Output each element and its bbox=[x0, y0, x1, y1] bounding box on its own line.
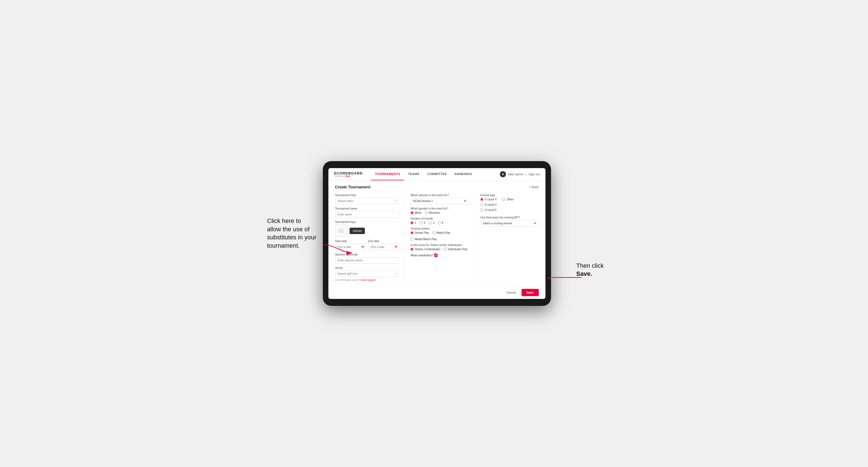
format-other-radio[interactable] bbox=[502, 198, 505, 201]
format-6count5[interactable]: 6 count 5 bbox=[480, 209, 539, 212]
calendar-icon-end: 📅 bbox=[394, 246, 397, 249]
scoring-api-label: Use third-party live scoring API? bbox=[480, 216, 539, 219]
gender-womens-label: Womens bbox=[429, 211, 440, 214]
rounds-3[interactable]: 3 bbox=[429, 221, 434, 224]
event-individuals-radio[interactable] bbox=[443, 248, 447, 251]
form-col-1: Tournament Host ▼ Tournament name Tourna bbox=[335, 194, 399, 281]
rounds-4-radio[interactable] bbox=[438, 221, 441, 224]
format-row-1: 5 count 4 Other bbox=[480, 198, 539, 201]
event-teams-radio[interactable] bbox=[410, 248, 413, 251]
scoring-stroke[interactable]: Stroke Play bbox=[410, 231, 429, 234]
navbar: SCOREBOARD Powered by clippd TOURNAMENTS… bbox=[329, 168, 546, 180]
format-5count4-radio[interactable] bbox=[480, 198, 484, 201]
rounds-3-radio[interactable] bbox=[429, 221, 432, 224]
rounds-radio-group: 1 2 3 bbox=[410, 221, 469, 224]
gender-womens-radio[interactable] bbox=[425, 211, 428, 214]
event-type-field: Is this event for Teams and/or Individua… bbox=[410, 244, 469, 251]
tournament-name-input[interactable] bbox=[335, 211, 399, 218]
rounds-field: Number of rounds 1 2 bbox=[410, 217, 469, 224]
scoring-stroke-radio[interactable] bbox=[410, 231, 413, 234]
rounds-2-radio[interactable] bbox=[420, 221, 423, 224]
tab-rankings[interactable]: RANKINGS bbox=[451, 168, 476, 180]
event-individuals[interactable]: Individuals Only bbox=[443, 248, 468, 251]
calendar-icon: 📅 bbox=[361, 246, 364, 249]
form-col-3: Format type 5 count 4 Other bbox=[474, 194, 539, 281]
nav-separator: | bbox=[525, 173, 526, 176]
scoring-match[interactable]: Match Play bbox=[432, 231, 450, 234]
page-header: Create Tournament < Back bbox=[335, 185, 539, 189]
email-support-link[interactable]: email support bbox=[361, 279, 376, 281]
cancel-button[interactable]: Cancel bbox=[504, 289, 519, 296]
nav-tabs: TOURNAMENTS TEAMS COMMITTEE RANKINGS bbox=[371, 168, 500, 180]
scoring-medal-radio[interactable] bbox=[410, 238, 413, 241]
gender-mens[interactable]: Mens bbox=[410, 211, 421, 214]
tab-teams[interactable]: TEAMS bbox=[404, 168, 423, 180]
tournament-name-field: Tournament name bbox=[335, 207, 399, 218]
upload-button[interactable]: Upload bbox=[349, 228, 365, 234]
rounds-4[interactable]: 4 bbox=[438, 221, 443, 224]
tournament-name-label: Tournament name bbox=[335, 207, 399, 210]
arrow-left bbox=[321, 242, 355, 256]
allow-substitutes-label: Allow substitutes? bbox=[410, 254, 433, 257]
logo-powered: Powered by clippd bbox=[334, 175, 363, 177]
allow-substitutes-field: Allow substitutes? bbox=[410, 253, 469, 257]
gender-womens[interactable]: Womens bbox=[425, 211, 440, 214]
rounds-2[interactable]: 2 bbox=[420, 221, 426, 224]
venue-field: Venue ▼ Can't find your venue? email sup… bbox=[335, 266, 399, 281]
gender-label: Which gender is the event for? bbox=[410, 207, 469, 210]
division-field: Which division is the event for? NCAA Di… bbox=[410, 194, 469, 204]
sign-out-link[interactable]: Sign out bbox=[528, 173, 539, 176]
format-other[interactable]: Other bbox=[502, 198, 514, 201]
tournament-host-input[interactable] bbox=[335, 198, 399, 204]
scoring-api-select[interactable]: Select a scoring service bbox=[480, 220, 539, 226]
sponsor-input[interactable] bbox=[335, 257, 399, 263]
venue-label: Venue bbox=[335, 266, 399, 270]
user-name: blair admin bbox=[508, 173, 523, 176]
tournament-logo-label: Tournament logo bbox=[335, 220, 399, 223]
scoring-api-field: Use third-party live scoring API? Select… bbox=[480, 216, 539, 226]
rounds-label: Number of rounds bbox=[410, 217, 469, 220]
end-date-wrap: 📅 bbox=[368, 244, 399, 250]
logo-placeholder bbox=[335, 225, 347, 237]
left-annotation: Click here to allow the use of substitut… bbox=[267, 217, 316, 250]
gender-radio-group: Mens Womens bbox=[410, 211, 469, 214]
user-info: B blair admin | Sign out bbox=[500, 171, 539, 177]
back-button[interactable]: < Back bbox=[529, 185, 539, 189]
save-button[interactable]: Save bbox=[522, 289, 539, 296]
allow-substitutes-checkbox[interactable] bbox=[434, 253, 437, 257]
scoring-match-radio[interactable] bbox=[432, 231, 435, 234]
division-select[interactable]: NCAA Division I bbox=[410, 198, 469, 204]
scoring-radio-group: Stroke Play Match Play Medal Match Play bbox=[410, 231, 469, 241]
event-type-label: Is this event for Teams and/or Individua… bbox=[410, 244, 469, 247]
venue-input[interactable] bbox=[335, 271, 399, 277]
venue-dropdown-icon: ▼ bbox=[395, 273, 397, 275]
tab-committee[interactable]: COMMITTEE bbox=[423, 168, 451, 180]
create-tournament-form: Tournament Host ▼ Tournament name Tourna bbox=[335, 194, 539, 281]
event-type-radio-group: Teams (+Individuals) Individuals Only bbox=[410, 248, 469, 251]
logo: SCOREBOARD Powered by clippd bbox=[334, 172, 363, 177]
format-options: 5 count 4 Other 6 count 4 bbox=[480, 198, 539, 212]
format-6count4[interactable]: 6 count 4 bbox=[480, 203, 539, 206]
form-col-2: Which division is the event for? NCAA Di… bbox=[405, 194, 469, 281]
allow-substitutes-checkbox-label[interactable]: Allow substitutes? bbox=[410, 253, 469, 257]
venue-help-text: Can't find your venue? email support bbox=[335, 279, 399, 281]
gender-field: Which gender is the event for? Mens Wome… bbox=[410, 207, 469, 214]
rounds-1[interactable]: 1 bbox=[410, 221, 416, 224]
event-teams[interactable]: Teams (+Individuals) bbox=[410, 248, 440, 251]
format-6count5-radio[interactable] bbox=[480, 209, 484, 212]
tab-tournaments[interactable]: TOURNAMENTS bbox=[371, 168, 404, 180]
svg-point-2 bbox=[340, 230, 341, 231]
tournament-host-field: Tournament Host ▼ bbox=[335, 194, 399, 204]
tournament-host-label: Tournament Host bbox=[335, 194, 399, 197]
arrow-right bbox=[548, 272, 584, 283]
scoring-medal[interactable]: Medal Match Play bbox=[410, 238, 437, 241]
logo-upload-area: Upload bbox=[335, 225, 399, 237]
format-type-label: Format type bbox=[480, 194, 539, 197]
tournament-logo-field: Tournament logo Upload bbox=[335, 220, 399, 237]
format-6count4-radio[interactable] bbox=[480, 203, 484, 206]
page-title: Create Tournament bbox=[335, 185, 370, 189]
rounds-1-radio[interactable] bbox=[410, 221, 413, 224]
format-5count4[interactable]: 5 count 4 bbox=[480, 198, 496, 201]
gender-mens-radio[interactable] bbox=[410, 211, 413, 214]
end-date-field: End date 📅 bbox=[368, 240, 399, 250]
